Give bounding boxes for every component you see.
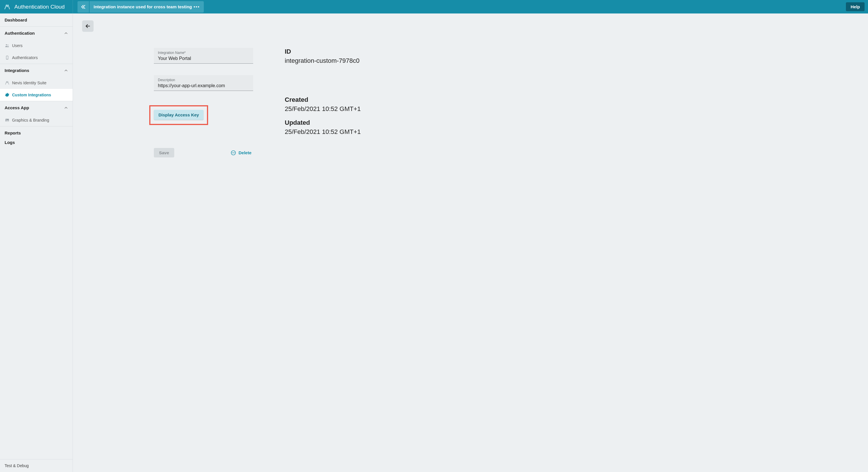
svg-point-1 [7,44,8,45]
meta-id-value: integration-custom-7978c0 [285,57,361,65]
sidebar-item-reports[interactable]: Reports [0,127,73,139]
sidebar-item-logs[interactable]: Logs [0,139,73,149]
integration-meta: ID integration-custom-7978c0 Created 25/… [285,48,361,158]
sidebar-section-integrations: Integrations Nevis Identity Suite Custom… [0,64,73,101]
meta-updated-label: Updated [285,119,361,127]
sidebar-nav: Dashboard Authentication Users [0,13,73,459]
sidebar-section-authentication-label: Authentication [5,31,35,36]
breadcrumb-current[interactable]: Integration instance used for cross team… [90,1,204,12]
sidebar-item-graphics-branding[interactable]: Graphics & Branding [0,114,73,126]
integration-name-input[interactable] [158,56,249,61]
description-label: Description [158,78,249,82]
sidebar-item-authenticators[interactable]: Authenticators [0,52,73,64]
display-access-key-button[interactable]: Display Access Key [154,110,204,120]
phone-icon [5,55,10,60]
integration-name-field[interactable]: Integration Name* [154,48,253,64]
meta-updated: Updated 25/Feb/2021 10:52 GMT+1 [285,119,361,136]
help-button[interactable]: Help [846,2,865,11]
nevis-logo-icon [5,80,10,86]
meta-created: Created 25/Feb/2021 10:52 GMT+1 [285,96,361,113]
meta-created-label: Created [285,96,361,103]
sidebar-item-custom-integrations-label: Custom Integrations [12,93,51,97]
chevron-up-icon [64,106,68,110]
sidebar-item-authenticators-label: Authenticators [12,55,38,60]
breadcrumb-collapse-button[interactable] [78,1,89,12]
meta-created-value: 25/Feb/2021 10:52 GMT+1 [285,105,361,113]
sidebar-item-users[interactable]: Users [0,40,73,52]
sidebar-item-graphics-branding-label: Graphics & Branding [12,118,49,123]
users-icon [5,43,10,48]
sidebar-item-nevis-identity-suite[interactable]: Nevis Identity Suite [0,77,73,89]
gear-icon [5,92,10,98]
brand-logo-icon [4,4,10,10]
sidebar-item-nevis-label: Nevis Identity Suite [12,80,46,85]
description-field[interactable]: Description [154,75,253,91]
svg-point-0 [6,44,7,45]
description-input[interactable] [158,83,249,88]
sidebar: Dashboard Authentication Users [0,13,73,472]
highlight-annotation: Display Access Key [149,105,208,125]
sidebar-item-test-debug[interactable]: Test & Debug [0,459,73,472]
breadcrumb-label: Integration instance used for cross team… [94,4,192,9]
back-button[interactable] [82,20,94,32]
svg-point-5 [6,120,7,120]
breadcrumb-area: Integration instance used for cross team… [73,0,204,13]
chevron-up-icon [64,69,68,72]
topbar: Authentication Cloud Integration instanc… [0,0,868,13]
meta-id: ID integration-custom-7978c0 [285,48,361,65]
chevron-double-left-icon [81,4,86,10]
brand[interactable]: Authentication Cloud [0,0,73,13]
sidebar-section-authentication: Authentication Users Authenticators [0,26,73,64]
main-content: Integration Name* Description Display Ac… [73,13,868,472]
sidebar-section-integrations-label: Integrations [5,68,29,73]
remove-circle-icon [230,150,236,156]
arrow-left-icon [85,23,91,29]
sidebar-section-integrations-header[interactable]: Integrations [0,64,73,77]
meta-updated-value: 25/Feb/2021 10:52 GMT+1 [285,128,361,136]
delete-button[interactable]: Delete [230,150,251,156]
delete-label: Delete [239,150,251,155]
sidebar-section-authentication-header[interactable]: Authentication [0,27,73,40]
sidebar-item-users-label: Users [12,43,23,48]
image-icon [5,117,10,123]
chevron-up-icon [64,31,68,35]
sidebar-section-access-app-header[interactable]: Access App [0,101,73,114]
form-actions: Save Delete [154,148,251,158]
integration-name-label: Integration Name* [158,51,249,55]
sidebar-item-custom-integrations[interactable]: Custom Integrations [0,89,73,101]
integration-form: Integration Name* Description Display Ac… [154,48,253,158]
meta-id-label: ID [285,48,361,55]
brand-title: Authentication Cloud [14,4,65,10]
sidebar-item-dashboard[interactable]: Dashboard [0,13,73,26]
sidebar-section-access-app: Access App Graphics & Branding [0,101,73,126]
breadcrumb-more-icon: ••• [194,4,200,9]
sidebar-section-access-app-label: Access App [5,105,29,110]
save-button[interactable]: Save [154,148,174,158]
